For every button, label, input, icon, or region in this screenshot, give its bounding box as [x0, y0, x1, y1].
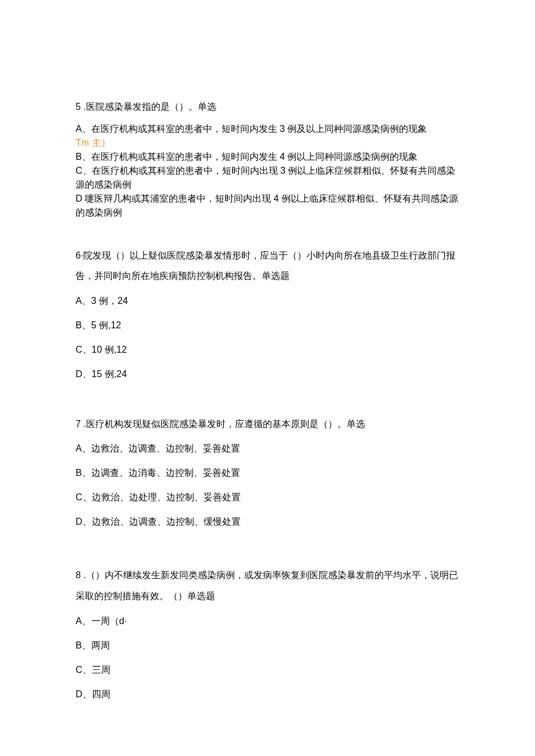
q7-option-d: D、边救治、边调查、边控制、缓慢处置	[76, 515, 459, 529]
q6-option-a: A、3 例，24	[76, 294, 459, 308]
spacer	[76, 392, 459, 417]
q7-stem: 7 .医疗机构发现疑似医院感染暴发时，应遵循的基本原则是（）。单选	[76, 417, 459, 431]
q8-stem: 8 .（）内不继续发生新发同类感染病例，或发病率恢复到医院感染暴发前的平均水平，…	[76, 565, 459, 605]
q7-option-b: B、边调查、边消毒、边控制、妥善处置	[76, 466, 459, 480]
q6-stem: 6·院发现（）以上疑似医院感染暴发情形时，应当于（）小时内向所在地县级卫生行政部…	[76, 245, 459, 286]
q6-option-b: B、5 例,12	[76, 318, 459, 332]
q7-option-c: C、边救治、边处理、边控制、妥善处置	[76, 490, 459, 504]
q8-option-b: B、两周	[76, 639, 459, 653]
q5-option-c: C、在医疗机构或其科室的患者中，短时间内出现 3 例以上临床症候群相似、怀疑有共…	[76, 164, 459, 192]
spacer	[76, 220, 459, 245]
q7-option-a: A、边救治、边调查、边控制、妥善处置	[76, 442, 459, 456]
q8-option-d: D、四周	[76, 687, 459, 701]
q5-option-b: B、在医疗机构或其科室的患者中，短时间内发生 4 例以上同种同源感染病例的现象	[76, 150, 459, 164]
q8-option-c: C、三周	[76, 663, 459, 677]
document-page: 5 .医院感染暴发指的是（）。单选 A、在医疗机构或其科室的患者中，短时间内发生…	[0, 0, 535, 756]
q8-option-a: A、一周（d·	[76, 614, 459, 628]
q5-option-d: D 嚏医辩几构或其浦室的患者中，短时间内出现 4 例以上临床症候群相似、怀疑有共…	[76, 192, 459, 220]
q6-option-d: D、15 例,24	[76, 367, 459, 381]
spacer	[76, 539, 459, 565]
q5-option-a-note: Tm 主）	[76, 136, 459, 150]
q5-option-a: A、在医疗机构或其科室的患者中，短时间内发生 3 例及以上同种同源感染病例的现象	[76, 122, 459, 136]
q6-option-c: C、10 例,12	[76, 343, 459, 357]
q5-stem: 5 .医院感染暴发指的是（）。单选	[76, 100, 459, 114]
